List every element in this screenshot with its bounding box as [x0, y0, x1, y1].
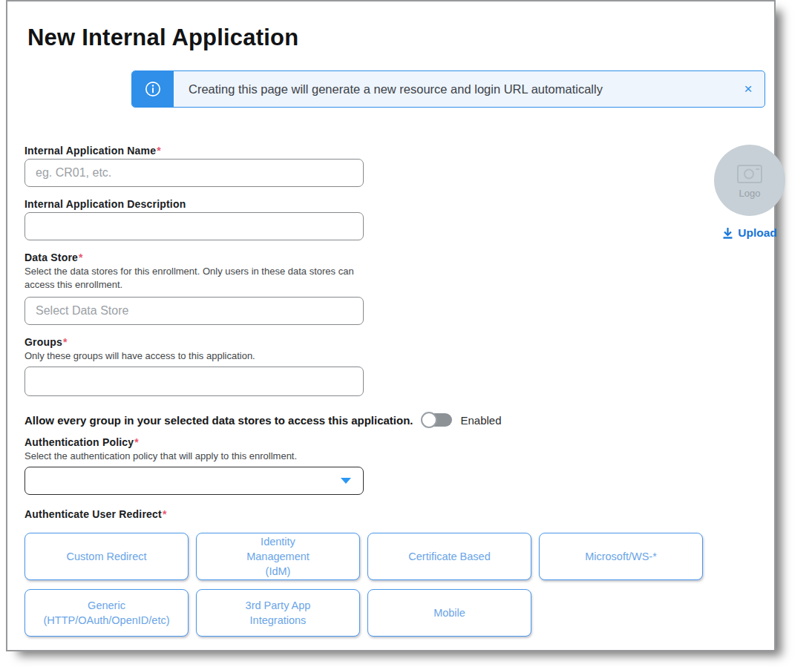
- toggle-state-label: Enabled: [461, 414, 502, 427]
- new-internal-application-page: New Internal Application Creating this p…: [6, 0, 776, 651]
- auth-user-redirect-label-text: Authenticate User Redirect: [24, 508, 162, 520]
- groups-input[interactable]: [24, 367, 364, 396]
- auth-policy-select[interactable]: [24, 467, 364, 495]
- app-name-input[interactable]: [24, 159, 364, 187]
- redirect-option-generic-http-oauth-openid[interactable]: Generic (HTTP/OAuth/OpenID/etc): [24, 589, 189, 637]
- app-description-label: Internal Application Description: [24, 198, 704, 210]
- groups-helper: Only these groups will have access to th…: [24, 349, 370, 363]
- allow-all-groups-row: Allow every group in your selected data …: [24, 411, 704, 429]
- info-icon: [132, 71, 174, 107]
- upload-label: Upload: [738, 226, 777, 240]
- data-store-input[interactable]: [24, 297, 364, 325]
- data-store-label-text: Data Store: [24, 252, 78, 263]
- toggle-knob: [421, 412, 437, 428]
- groups-label-text: Groups: [24, 336, 62, 348]
- auth-policy-label-text: Authentication Policy: [24, 436, 134, 448]
- banner-message: Creating this page will generate a new r…: [174, 71, 732, 107]
- data-store-label: Data Store*: [24, 252, 704, 263]
- app-description-input[interactable]: [24, 212, 364, 240]
- redirect-option-identity-management-idm[interactable]: Identity Management (IdM): [196, 533, 360, 580]
- required-asterisk: *: [163, 508, 167, 520]
- auth-policy-label: Authentication Policy*: [24, 436, 704, 448]
- camera-icon: [734, 162, 765, 185]
- page-title: New Internal Application: [27, 24, 298, 51]
- download-icon: [722, 227, 733, 239]
- auth-policy-helper: Select the authentication policy that wi…: [24, 450, 370, 463]
- required-asterisk: *: [79, 252, 83, 263]
- application-form: Internal Application Name* Internal Appl…: [24, 139, 704, 637]
- app-name-label: Internal Application Name*: [24, 145, 704, 157]
- auth-user-redirect-options: Custom Redirect Identity Management (IdM…: [24, 533, 704, 637]
- allow-all-groups-toggle[interactable]: [421, 412, 452, 428]
- redirect-option-mobile[interactable]: Mobile: [367, 589, 531, 637]
- logo-upload-circle[interactable]: Logo: [714, 145, 785, 216]
- groups-label: Groups*: [24, 336, 704, 348]
- logo-upload-link[interactable]: Upload: [714, 226, 785, 240]
- info-banner: Creating this page will generate a new r…: [131, 70, 765, 108]
- required-asterisk: *: [134, 436, 139, 448]
- logo-upload-area: Logo Upload: [714, 145, 785, 240]
- required-asterisk: *: [63, 336, 68, 348]
- redirect-option-microsoft-ws[interactable]: Microsoft/WS-*: [539, 533, 703, 580]
- chevron-down-icon: [341, 478, 351, 484]
- allow-all-groups-label: Allow every group in your selected data …: [24, 414, 413, 427]
- redirect-option-custom-redirect[interactable]: Custom Redirect: [24, 533, 189, 580]
- required-asterisk: *: [157, 145, 161, 157]
- redirect-option-certificate-based[interactable]: Certificate Based: [367, 533, 531, 580]
- app-name-label-text: Internal Application Name: [24, 145, 156, 157]
- auth-user-redirect-label: Authenticate User Redirect*: [24, 508, 704, 520]
- logo-placeholder-label: Logo: [739, 188, 761, 199]
- redirect-option-3rd-party-app-integrations[interactable]: 3rd Party App Integrations: [196, 589, 360, 637]
- data-store-helper: Select the data stores for this enrollme…: [24, 265, 370, 292]
- banner-close-icon[interactable]: ×: [732, 71, 764, 107]
